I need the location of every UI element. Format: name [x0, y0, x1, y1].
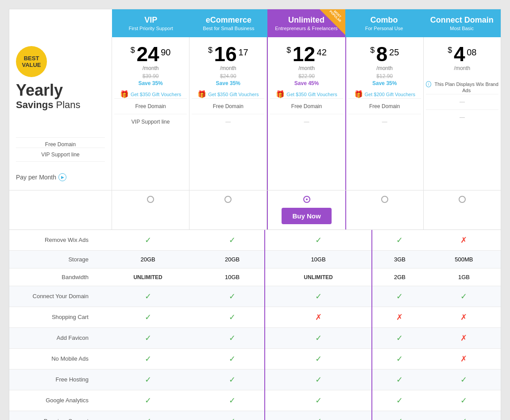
yearly-title: Yearly [16, 82, 63, 99]
radio-col-unlimited[interactable]: Buy Now [267, 191, 346, 229]
feature-row: Connect Your Domain✓✓✓✓✓ [9, 286, 501, 307]
price-period-unlimited: /month [270, 65, 343, 71]
radio-col-ecommerce[interactable] [189, 191, 267, 229]
price-col-unlimited: $ 12 42 /month $22.90 Save 45% 🎁 Get $35… [267, 37, 346, 190]
price-period-ecommerce: /month [192, 65, 264, 71]
price-dollar-connect: $ [448, 46, 452, 55]
feature-cell: ✓ [200, 348, 265, 369]
free-domain-unlimited: Free Domain [270, 98, 343, 114]
feature-value: 500MB [455, 256, 473, 263]
feature-row: Add Favicon✓✓✓✓✗ [9, 327, 501, 348]
feature-cell: 2GB [372, 268, 427, 286]
feature-table: Remove Wix Ads✓✓✓✓✗Storage20GB20GB10GB3G… [9, 230, 501, 420]
radio-connect[interactable] [459, 196, 466, 203]
feature-label: Bandwidth [9, 268, 96, 286]
check-icon: ✓ [145, 396, 151, 405]
check-icon: ✓ [229, 236, 236, 245]
price-original-ecommerce: $24.90 [192, 73, 264, 79]
cross-icon: ✗ [460, 313, 467, 322]
check-icon: ✓ [315, 236, 322, 245]
price-save-ecommerce: Save 35% [192, 80, 264, 86]
price-whole-vip: 24 [136, 43, 159, 66]
cross-icon: ✗ [315, 313, 322, 322]
price-col-connect: $ 4 08 /month i This Plan Displays Wix B… [424, 37, 501, 190]
feature-cell: ✓ [265, 286, 372, 307]
radio-col-connect[interactable] [424, 191, 501, 229]
wix-ads-note: i This Plan Displays Wix Brand Ads [426, 81, 498, 94]
check-icon: ✓ [145, 417, 151, 420]
feature-cell: UNLIMITED [96, 268, 200, 286]
price-decimal-unlimited: 42 [317, 47, 327, 58]
price-whole-unlimited: 12 [293, 43, 315, 66]
feature-cell: UNLIMITED [265, 268, 372, 286]
feature-cell: ✗ [427, 348, 501, 369]
feature-label: Connect Your Domain [9, 286, 96, 307]
radio-ecommerce[interactable] [224, 196, 232, 203]
feature-cell: ✓ [96, 327, 200, 348]
price-decimal-combo: 25 [389, 47, 399, 58]
feature-row: Storage20GB20GB10GB3GB500MB [9, 250, 501, 268]
price-original-vip: $39.90 [114, 73, 187, 79]
most-popular-corner: MOSTPOPULAR [320, 9, 345, 35]
radio-left-empty [9, 191, 112, 229]
feature-value: 1GB [458, 274, 470, 280]
radio-section: Buy Now [9, 191, 501, 230]
plan-header-vip: VIP First Priority Support [112, 9, 190, 37]
feature-label: Remove Wix Ads [9, 230, 96, 251]
feature-cell: ✓ [200, 286, 265, 307]
cross-icon: ✗ [460, 354, 467, 363]
check-icon: ✓ [145, 375, 151, 384]
price-original-combo: $12.90 [348, 73, 421, 79]
feature-cell: ✓ [372, 286, 427, 307]
price-original-unlimited: $22.90 [270, 73, 343, 79]
check-icon: ✓ [460, 417, 467, 420]
price-section: BEST VALUE Yearly Savings Plans Free Dom… [9, 37, 501, 191]
check-icon: ✓ [315, 375, 322, 384]
radio-col-vip[interactable] [112, 191, 189, 229]
radio-unlimited[interactable] [303, 196, 310, 203]
price-save-unlimited: Save 45% [270, 80, 343, 86]
pay-per-month-label: Pay per Month ▶ [16, 173, 105, 181]
price-display-connect: $ 4 08 [426, 44, 498, 64]
check-icon: ✓ [229, 417, 236, 420]
feature-cell: ✓ [265, 411, 372, 420]
gift-icon-unlimited: 🎁 [276, 90, 285, 98]
savings-word: Savings [16, 99, 53, 110]
radio-vip[interactable] [147, 196, 154, 203]
pricing-table: VIP First Priority Support eCommerce Bes… [9, 9, 501, 420]
feature-label: Free Hosting [9, 369, 96, 390]
check-icon: ✓ [315, 417, 322, 420]
check-icon: ✓ [315, 354, 322, 363]
check-icon: ✓ [229, 396, 236, 405]
price-whole-ecommerce: 16 [214, 43, 237, 66]
feature-cell: ✓ [427, 369, 501, 390]
radio-col-combo[interactable] [346, 191, 424, 229]
feature-cell: ✓ [200, 411, 265, 420]
feature-cell: 20GB [200, 250, 265, 268]
check-icon: ✓ [396, 417, 403, 420]
feature-value: 2GB [394, 274, 406, 280]
price-decimal-connect: 08 [467, 47, 476, 58]
vip-support-vip: VIP Support line [114, 114, 187, 129]
left-panel: BEST VALUE Yearly Savings Plans Free Dom… [9, 37, 112, 190]
price-dollar-ecommerce: $ [208, 46, 212, 55]
gift-icon-vip: 🎁 [120, 90, 129, 98]
free-domain-ecommerce: Free Domain [192, 98, 264, 114]
header-left-empty [9, 9, 112, 37]
feature-cell: ✓ [96, 411, 200, 420]
check-icon: ✓ [460, 375, 467, 384]
play-icon[interactable]: ▶ [58, 173, 66, 181]
check-icon: ✓ [145, 313, 151, 322]
buy-now-button[interactable]: Buy Now [282, 208, 331, 224]
plan-header-combo: Combo For Personal Use [345, 9, 423, 37]
gift-icon-combo: 🎁 [354, 90, 363, 98]
price-dollar-combo: $ [370, 46, 375, 55]
radio-combo[interactable] [381, 196, 388, 203]
feature-cell: ✓ [427, 390, 501, 411]
price-save-combo: Save 35% [348, 80, 421, 86]
vip-support-ecommerce: — [192, 114, 264, 129]
gift-row-ecommerce: 🎁 Get $350 Gift Vouchers [192, 90, 264, 98]
feature-cell: ✓ [372, 230, 427, 251]
feature-row: Shopping Cart✓✓✗✗✗ [9, 307, 501, 327]
yearly-word: Yearly [16, 81, 63, 99]
